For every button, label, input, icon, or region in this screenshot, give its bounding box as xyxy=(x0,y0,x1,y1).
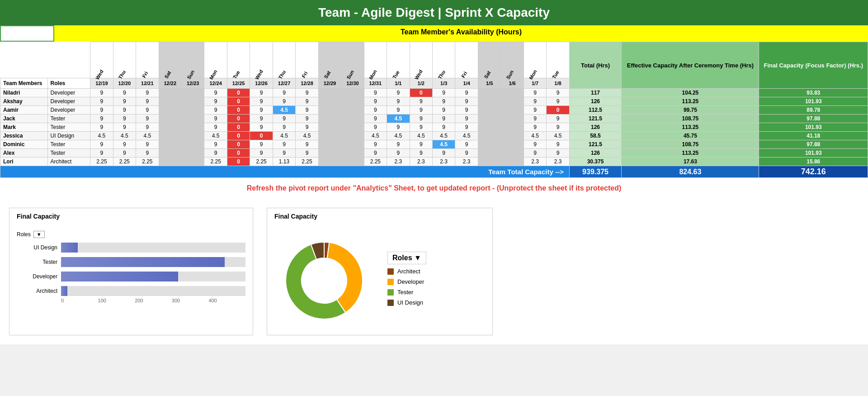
member-role: Developer xyxy=(47,89,90,97)
member-role: Developer xyxy=(47,97,90,106)
capacity-cell: 9 xyxy=(204,89,227,97)
capacity-cell xyxy=(341,89,364,97)
team-effective-value: 824.63 xyxy=(622,166,759,178)
capacity-cell: 0 xyxy=(227,97,250,106)
bar-fill xyxy=(61,243,78,253)
effective-capacity: 104.25 xyxy=(622,89,759,97)
capacity-cell: 4.5 xyxy=(296,132,318,140)
effective-capacity: 108.75 xyxy=(622,115,759,123)
member-name: Lori xyxy=(0,157,48,166)
date-1230: 12/30 xyxy=(341,78,364,89)
day-header-row: Wed Thu Fri Sat Sun Mon Tue Wed Thu Fri … xyxy=(0,42,868,78)
col-roles-header: Roles xyxy=(47,78,90,89)
bar-fill xyxy=(61,257,225,267)
capacity-cell: 9 xyxy=(364,140,387,149)
capacity-cell: 9 xyxy=(250,140,273,149)
capacity-cell xyxy=(159,132,181,140)
capacity-cell: 9 xyxy=(524,123,546,132)
legend-label: UI Design xyxy=(397,299,423,306)
capacity-cell xyxy=(318,89,341,97)
capacity-cell xyxy=(318,97,341,106)
capacity-cell xyxy=(159,140,181,149)
capacity-cell: 9 xyxy=(524,140,546,149)
member-name: Aamir xyxy=(0,106,48,115)
bar-roles-dropdown[interactable]: ▼ xyxy=(33,231,45,238)
capacity-cell: 9 xyxy=(204,106,227,115)
axis-tick: 300 xyxy=(172,298,209,303)
main-table-wrapper: Wed Thu Fri Sat Sun Mon Tue Wed Thu Fri … xyxy=(0,42,868,178)
legend-label: Developer xyxy=(397,278,424,285)
capacity-cell: 9 xyxy=(90,123,113,132)
capacity-cell: 9 xyxy=(432,115,455,123)
date-1220: 12/20 xyxy=(113,78,136,89)
capacity-cell xyxy=(159,106,181,115)
roles-filter-arrow[interactable]: ▼ xyxy=(414,254,421,262)
capacity-cell xyxy=(501,132,524,140)
member-name: Jack xyxy=(0,115,48,123)
date-13: 1/3 xyxy=(432,78,455,89)
legend-item: Tester xyxy=(387,289,426,296)
legend-color-swatch xyxy=(387,300,394,306)
capacity-cell: 9 xyxy=(547,123,569,132)
capacity-cell: 9 xyxy=(250,97,273,106)
capacity-cell: 9 xyxy=(113,89,136,97)
capacity-cell: 9 xyxy=(273,89,295,97)
bar-label: UI Design xyxy=(17,244,57,251)
capacity-cell: 2.25 xyxy=(250,157,273,166)
capacity-cell: 0 xyxy=(410,89,432,97)
table-row: MarkTester999909999999999126113.25101.93 xyxy=(0,123,868,132)
capacity-cell: 4.5 xyxy=(364,132,387,140)
capacity-cell: 0 xyxy=(227,106,250,115)
member-name: Niladri xyxy=(0,89,48,97)
capacity-cell: 0 xyxy=(227,115,250,123)
date-1227: 12/27 xyxy=(273,78,295,89)
axis-tick: 200 xyxy=(135,298,172,303)
date-1231: 12/31 xyxy=(364,78,387,89)
member-name: Jessica xyxy=(0,132,48,140)
capacity-cell xyxy=(318,123,341,132)
capacity-cell: 9 xyxy=(455,123,478,132)
capacity-cell: 9 xyxy=(364,115,387,123)
capacity-cell: 0 xyxy=(227,89,250,97)
capacity-cell: 9 xyxy=(410,115,432,123)
charts-section: Final Capacity Roles ▼ UI DesignTesterDe… xyxy=(0,199,868,344)
capacity-cell: 9 xyxy=(250,149,273,157)
capacity-cell xyxy=(501,106,524,115)
capacity-cell xyxy=(341,157,364,166)
capacity-cell: 9 xyxy=(387,149,410,157)
capacity-cell: 9 xyxy=(296,89,318,97)
capacity-cell xyxy=(341,115,364,123)
table-row: JackTester9999099994.599999121.5108.7597… xyxy=(0,115,868,123)
capacity-cell: 0 xyxy=(227,123,250,132)
final-capacity: 41.18 xyxy=(759,132,868,140)
capacity-cell xyxy=(501,140,524,149)
capacity-cell: 9 xyxy=(204,140,227,149)
capacity-cell: 0 xyxy=(227,157,250,166)
capacity-cell: 2.3 xyxy=(524,157,546,166)
day-tue3: Tue xyxy=(547,42,569,78)
date-1228: 12/28 xyxy=(296,78,318,89)
date-1226: 12/26 xyxy=(250,78,273,89)
date-18: 1/8 xyxy=(547,78,569,89)
date-14: 1/4 xyxy=(455,78,478,89)
day-mon1: Mon xyxy=(204,42,227,78)
capacity-cell xyxy=(341,106,364,115)
capacity-cell xyxy=(341,149,364,157)
day-thu2: Thu xyxy=(273,42,295,78)
final-capacity: 89.78 xyxy=(759,106,868,115)
member-role: Tester xyxy=(47,123,90,132)
capacity-cell: 2.3 xyxy=(410,157,432,166)
bar-chart-box: Final Capacity Roles ▼ UI DesignTesterDe… xyxy=(9,208,253,335)
member-role: UI Design xyxy=(47,132,90,140)
legend-color-swatch xyxy=(387,279,394,285)
capacity-cell: 9 xyxy=(547,115,569,123)
final-capacity: 93.83 xyxy=(759,89,868,97)
capacity-cell: 9 xyxy=(547,140,569,149)
team-final-value: 742.16 xyxy=(759,166,868,178)
day-fri2: Fri xyxy=(296,42,318,78)
capacity-cell xyxy=(478,106,500,115)
capacity-cell: 2.25 xyxy=(296,157,318,166)
header-total: Total (Hrs) xyxy=(569,42,622,89)
capacity-cell: 4.5 xyxy=(90,132,113,140)
member-name: Mark xyxy=(0,123,48,132)
